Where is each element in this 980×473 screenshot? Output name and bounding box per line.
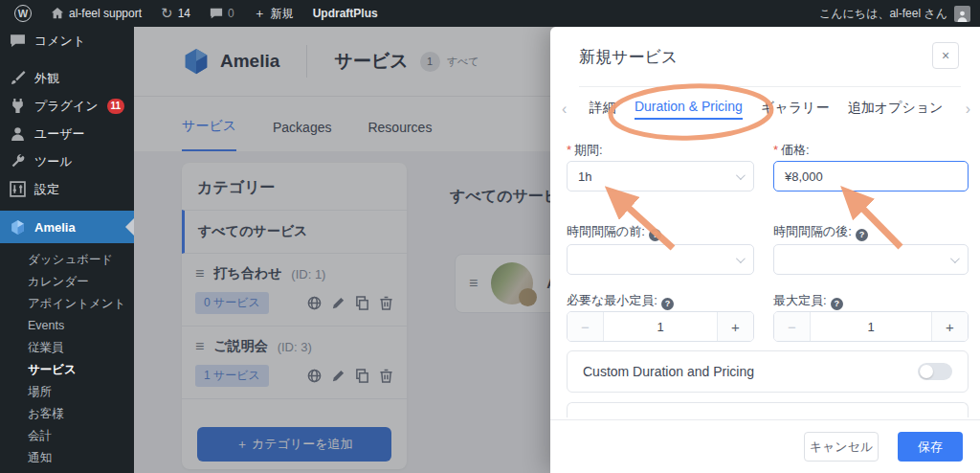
comment-icon xyxy=(10,33,26,49)
greeting-text[interactable]: こんにちは、al-feel さん xyxy=(819,6,947,22)
cancel-button[interactable]: キャンセル xyxy=(804,432,879,462)
wrench-icon xyxy=(10,153,26,169)
stepper-decrement-button[interactable]: − xyxy=(774,312,811,341)
tabs-scroll-left-icon[interactable]: ‹ xyxy=(558,101,570,118)
submenu-calendar[interactable]: カレンダー xyxy=(0,271,134,293)
submenu-finance[interactable]: 会計 xyxy=(0,425,134,447)
min-capacity-stepper: − 1 + xyxy=(567,311,754,342)
submenu-customers[interactable]: お客様 xyxy=(0,403,134,425)
required-mark: * xyxy=(773,143,778,157)
new-service-modal: 新規サービス × ‹ 詳細 Duration & Pricing ギャラリー 追… xyxy=(550,27,980,473)
custom-duration-label: Custom Duration and Pricing xyxy=(583,364,754,379)
submenu-customize[interactable]: カスタマイズ xyxy=(0,469,134,473)
max-capacity-label: 最大定員:? xyxy=(773,292,843,310)
admin-bar: W al-feel support ↻ 14 0 ＋ 新規 UpdraftPlu… xyxy=(0,0,980,27)
amelia-icon xyxy=(10,219,26,236)
duration-label: *期間: xyxy=(567,142,603,159)
help-icon[interactable]: ? xyxy=(856,229,868,241)
submenu-employees[interactable]: 従業員 xyxy=(0,337,134,359)
user-avatar[interactable] xyxy=(954,6,970,22)
chevron-down-icon xyxy=(950,254,960,263)
wordpress-logo-icon[interactable]: W xyxy=(8,0,38,27)
min-capacity-label: 必要な最小定員:? xyxy=(567,292,674,310)
stepper-increment-button[interactable]: + xyxy=(717,312,753,341)
close-icon: × xyxy=(942,48,949,63)
plus-icon: ＋ xyxy=(254,5,266,22)
modal-tab-gallery[interactable]: ギャラリー xyxy=(761,100,829,119)
sidebar-item-users[interactable]: ユーザー xyxy=(0,120,134,147)
max-capacity-value[interactable]: 1 xyxy=(811,312,931,341)
amelia-submenu: ダッシュボード カレンダー アポイントメント Events 従業員 サービス 場… xyxy=(0,243,134,473)
stepper-increment-button[interactable]: + xyxy=(931,312,968,341)
sidebar-item-amelia[interactable]: Amelia xyxy=(0,211,134,243)
sidebar-separator xyxy=(0,55,134,64)
modal-tab-details[interactable]: 詳細 xyxy=(590,100,616,119)
duration-select[interactable]: 1h xyxy=(567,161,754,191)
save-button[interactable]: 保存 xyxy=(898,432,963,462)
custom-duration-toggle[interactable] xyxy=(918,363,952,380)
modal-close-button[interactable]: × xyxy=(932,42,959,69)
sidebar-item-comments[interactable]: コメント xyxy=(0,27,134,55)
site-menu[interactable]: al-feel support xyxy=(44,0,148,27)
buffer-before-label: 時間間隔の前:? xyxy=(567,223,661,241)
next-section-box xyxy=(567,402,969,417)
max-capacity-stepper: − 1 + xyxy=(773,311,969,342)
submenu-notifications[interactable]: 通知 xyxy=(0,447,134,469)
comments-menu[interactable]: 0 xyxy=(203,0,241,27)
settings-icon xyxy=(10,181,26,197)
help-icon[interactable]: ? xyxy=(649,229,661,241)
updraftplus-menu[interactable]: UpdraftPlus xyxy=(306,0,385,27)
sidebar-item-tools[interactable]: ツール xyxy=(0,147,134,175)
modal-footer: キャンセル 保存 xyxy=(550,419,980,473)
modal-header-divider xyxy=(579,86,961,87)
submenu-locations[interactable]: 場所 xyxy=(0,381,134,403)
comment-icon xyxy=(210,7,223,20)
stepper-decrement-button[interactable]: − xyxy=(568,312,604,341)
price-label: *価格: xyxy=(773,142,810,159)
new-label: 新規 xyxy=(271,6,294,22)
modal-tab-extras[interactable]: 追加オプション xyxy=(848,100,944,119)
comments-count: 0 xyxy=(228,7,234,20)
sidebar-item-settings[interactable]: 設定 xyxy=(0,175,134,203)
new-content-menu[interactable]: ＋ 新規 xyxy=(247,0,301,27)
buffer-before-select[interactable] xyxy=(567,244,754,275)
tabs-scroll-right-icon[interactable]: › xyxy=(962,101,974,118)
submenu-dashboard[interactable]: ダッシュボード xyxy=(0,249,134,271)
brush-icon xyxy=(10,70,26,86)
plugin-icon xyxy=(10,98,26,114)
chevron-down-icon xyxy=(736,254,746,263)
price-input[interactable]: ¥8,000 xyxy=(773,161,969,191)
user-icon xyxy=(10,125,26,142)
person-icon xyxy=(956,10,969,22)
sidebar-item-appearance[interactable]: 外観 xyxy=(0,64,134,92)
updates-count: 14 xyxy=(178,7,190,20)
submenu-appointments[interactable]: アポイントメント xyxy=(0,293,134,315)
plugin-update-badge: 11 xyxy=(107,99,125,114)
help-icon[interactable]: ? xyxy=(831,298,843,310)
sidebar-item-plugins[interactable]: プラグイン 11 xyxy=(0,92,134,120)
modal-tabbar: ‹ 詳細 Duration & Pricing ギャラリー 追加オプション › xyxy=(558,94,974,124)
min-capacity-value[interactable]: 1 xyxy=(604,312,717,341)
submenu-events[interactable]: Events xyxy=(0,315,134,337)
chevron-down-icon xyxy=(736,170,746,180)
home-icon xyxy=(51,7,64,20)
required-mark: * xyxy=(567,143,571,157)
toggle-knob xyxy=(920,365,933,378)
buffer-after-label: 時間間隔の後:? xyxy=(773,223,868,241)
help-icon[interactable]: ? xyxy=(661,298,674,310)
modal-tab-duration-pricing[interactable]: Duration & Pricing xyxy=(635,99,743,120)
submenu-services[interactable]: サービス xyxy=(0,359,134,381)
buffer-after-select[interactable] xyxy=(773,244,969,275)
custom-duration-pricing-row: Custom Duration and Pricing xyxy=(567,350,969,393)
updates-menu[interactable]: ↻ 14 xyxy=(154,0,197,27)
active-menu-arrow xyxy=(125,218,134,236)
updraft-label: UpdraftPlus xyxy=(313,7,378,20)
modal-title: 新規サービス xyxy=(579,46,678,68)
admin-sidebar: コメント 外観 プラグイン 11 ユーザー ツール 設定 Amelia ダッシュ… xyxy=(0,27,134,473)
site-name: al-feel support xyxy=(69,7,142,20)
updates-icon: ↻ xyxy=(161,7,173,20)
